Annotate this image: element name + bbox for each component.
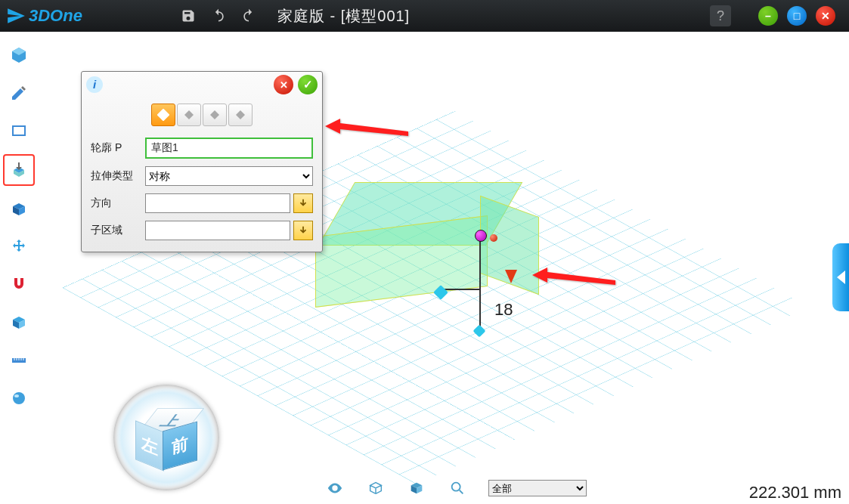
gizmo-origin[interactable] <box>475 230 487 242</box>
tool-extrude[interactable] <box>3 154 35 186</box>
minimize-button[interactable] <box>758 6 778 26</box>
dialog-ok-button[interactable] <box>298 75 318 94</box>
view-wireframe-button[interactable] <box>366 478 386 498</box>
profile-label: 轮廓 P <box>91 141 145 155</box>
annotation-arrow-1 <box>325 115 408 148</box>
direction-input[interactable] <box>145 193 290 213</box>
app-name: 3DOne <box>29 6 82 26</box>
svg-point-3 <box>14 394 19 397</box>
tool-appearance[interactable] <box>5 384 33 413</box>
svg-point-7 <box>452 483 460 491</box>
direction-picker[interactable] <box>293 193 313 213</box>
view-visibility-button[interactable] <box>325 478 345 498</box>
gizmo-node[interactable] <box>490 234 497 242</box>
type-select[interactable]: 对称 <box>145 166 313 186</box>
dialog-cancel-button[interactable] <box>274 75 293 94</box>
svg-rect-0 <box>13 126 25 135</box>
annotation-arrow-2 <box>532 264 615 297</box>
window-controls <box>754 6 840 26</box>
nav-cube[interactable]: 上 左 前 <box>113 385 219 490</box>
tool-plane[interactable] <box>5 116 33 145</box>
save-button[interactable] <box>178 5 199 26</box>
subregion-input[interactable] <box>145 221 290 240</box>
subregion-picker[interactable] <box>293 221 313 240</box>
dialog-bar[interactable]: i <box>82 72 322 97</box>
view-shaded-button[interactable] <box>407 478 426 498</box>
filter-select[interactable]: 全部 <box>488 480 587 496</box>
mode-tab-4[interactable] <box>228 104 253 126</box>
svg-rect-6 <box>157 109 169 121</box>
tool-move[interactable] <box>5 233 33 261</box>
viewport[interactable]: 18 i 轮廓 P <box>38 32 849 504</box>
view-zoom-button[interactable] <box>448 478 467 498</box>
profile-input[interactable] <box>145 138 313 159</box>
tool-sketch[interactable] <box>5 79 33 107</box>
tool-material[interactable] <box>5 308 33 337</box>
mode-tab-3[interactable] <box>203 104 227 126</box>
tool-snap[interactable] <box>5 271 33 299</box>
svg-marker-4 <box>325 119 408 136</box>
status-measure: 222.301 mm <box>749 483 841 502</box>
gizmo-arrow-cone[interactable] <box>505 270 517 283</box>
tool-primitive[interactable] <box>5 41 33 70</box>
app-logo: 3DOne <box>6 6 82 26</box>
gizmo-axis[interactable] <box>479 236 481 334</box>
title-bar: 3DOne 家庭版 - [模型001] ? <box>0 0 849 32</box>
help-button[interactable]: ? <box>710 5 731 26</box>
extrude-preview <box>329 182 533 307</box>
extrude-dialog: i 轮廓 P 拉伸类型 对称 <box>81 71 323 252</box>
bottom-toolbar: 全部 <box>325 478 587 498</box>
close-button[interactable] <box>816 6 835 26</box>
svg-point-2 <box>13 392 25 404</box>
svg-marker-5 <box>532 267 615 285</box>
info-icon[interactable]: i <box>86 76 103 93</box>
tool-measure[interactable] <box>5 346 33 375</box>
tool-solid[interactable] <box>5 195 33 224</box>
mode-tab-1[interactable] <box>151 104 175 126</box>
redo-button[interactable] <box>238 5 259 26</box>
dimension-value[interactable]: 18 <box>494 300 513 320</box>
left-toolbar <box>0 32 38 504</box>
workspace: 18 i 轮廓 P <box>0 32 849 504</box>
type-label: 拉伸类型 <box>91 169 145 183</box>
undo-button[interactable] <box>208 5 229 26</box>
window-title: 家庭版 - [模型001] <box>277 6 410 26</box>
subregion-label: 子区域 <box>91 224 145 237</box>
maximize-button[interactable] <box>787 6 807 26</box>
right-panel-toggle[interactable] <box>832 243 849 311</box>
dialog-mode-tabs <box>82 97 322 134</box>
direction-label: 方向 <box>91 196 145 210</box>
mode-tab-2[interactable] <box>177 104 201 126</box>
